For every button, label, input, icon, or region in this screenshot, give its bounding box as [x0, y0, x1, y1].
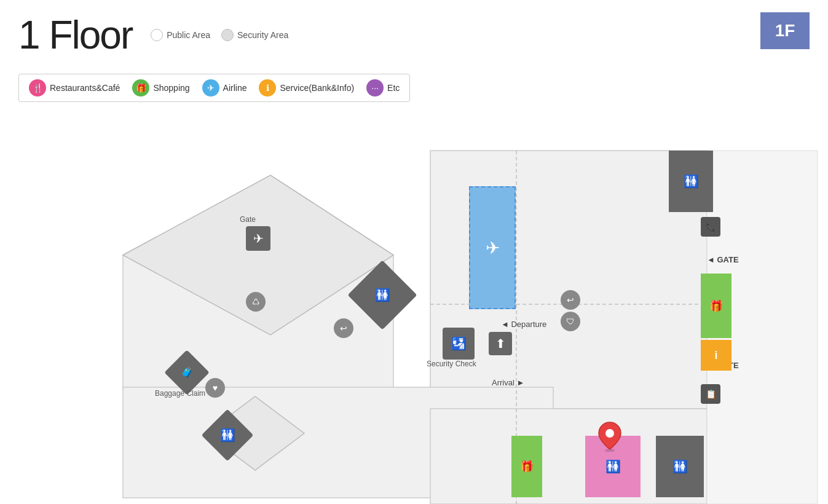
service-icon-1: ♺: [246, 292, 266, 312]
restroom-upper-right: 🚻: [669, 151, 713, 212]
public-area-label: Public Area: [167, 30, 210, 40]
category-bar: 🍴 Restaurants&Café 🎁 Shopping ✈ Airline …: [18, 74, 410, 102]
category-airline: ✈ Airline: [202, 79, 247, 96]
map-container: Gate ✈ 🚻 📞 🚻 🧳 Baggage Claim ♥ ♺ ↩ ✈ 🛂 S…: [0, 114, 828, 504]
category-shopping: 🎁 Shopping: [132, 79, 189, 96]
gate-upper-label: ◄ GATE: [707, 255, 739, 264]
legend-area: Public Area Security Area: [151, 29, 288, 41]
shopping-icon: 🎁: [132, 79, 149, 96]
floor-badge-text: 1F: [775, 21, 795, 41]
restaurants-label: Restaurants&Café: [50, 83, 120, 93]
restaurants-icon: 🍴: [29, 79, 46, 96]
security-check-box: 🛂: [443, 328, 475, 360]
security-area-circle: [221, 29, 234, 41]
security-check-label: Security Check: [427, 360, 476, 368]
service-icon-right-1: ↩: [561, 290, 580, 310]
public-area-legend: Public Area: [151, 29, 210, 41]
etc-icon: ···: [366, 79, 384, 96]
category-etc: ··· Etc: [366, 79, 400, 96]
service-icon-right-2: 🛡: [561, 312, 580, 331]
gate-icon-box: ✈: [246, 226, 270, 251]
floor-title: 1 Floor: [18, 12, 132, 58]
airline-counter: ✈: [469, 186, 516, 309]
shopping-label: Shopping: [153, 83, 189, 93]
location-pin: [597, 421, 622, 454]
page-header: 1 Floor Public Area Security Area: [18, 12, 288, 58]
baggage-claim-label: Baggage Claim: [155, 389, 205, 398]
arrival-label: Arrival ►: [492, 378, 524, 387]
public-area-circle: [151, 29, 163, 41]
etc-label: Etc: [387, 83, 400, 93]
shopping-box-upper: 🎁: [701, 274, 731, 338]
category-service: ℹ Service(Bank&Info): [259, 79, 354, 96]
category-restaurants: 🍴 Restaurants&Café: [29, 79, 120, 96]
elevator-icon: ⬆: [489, 332, 512, 355]
shopping-box-lower: 🎁: [511, 436, 542, 497]
info-box: i: [701, 340, 731, 371]
floor-badge: 1F: [760, 12, 810, 49]
svg-point-11: [605, 429, 614, 438]
gate-label: Gate: [240, 215, 256, 224]
airline-label: Airline: [223, 83, 247, 93]
security-area-legend: Security Area: [221, 29, 288, 41]
service-label: Service(Bank&Info): [280, 83, 354, 93]
security-area-label: Security Area: [237, 30, 288, 40]
restroom-lower-right: 🚻: [656, 436, 704, 497]
phone-icon-box: 📞: [701, 217, 720, 237]
misc-icon-lower: 📋: [701, 384, 720, 404]
service-icon-2: ↩: [334, 318, 353, 338]
departure-label: ◄ Departure: [501, 320, 546, 329]
service-icon: ℹ: [259, 79, 276, 96]
heart-icon-baggage: ♥: [205, 378, 225, 398]
airline-icon: ✈: [202, 79, 219, 96]
